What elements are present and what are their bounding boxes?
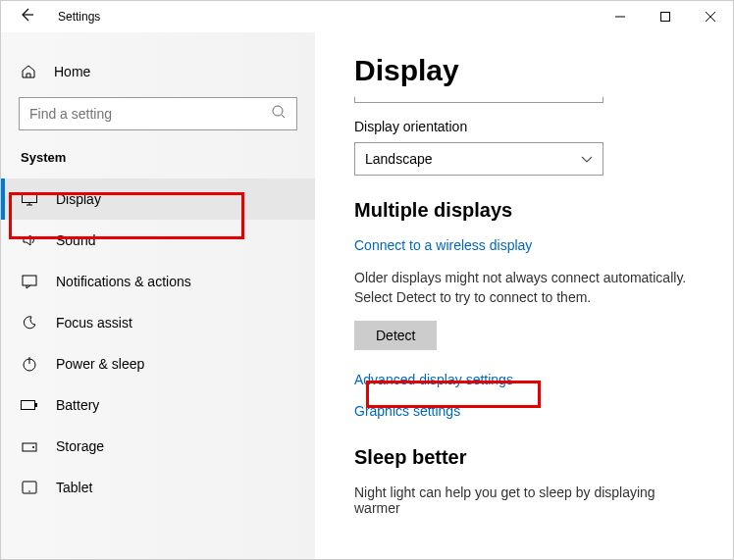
sidebar-item-power-sleep[interactable]: Power & sleep [1,343,315,384]
home-link[interactable]: Home [1,56,315,87]
storage-icon [21,437,38,455]
search-input[interactable] [29,106,271,122]
sleep-better-header: Sleep better [354,446,694,469]
window-title: Settings [58,10,100,24]
sound-icon [21,231,38,249]
svg-line-5 [282,115,285,118]
back-button[interactable] [19,7,38,26]
search-box[interactable] [19,97,297,130]
tablet-icon [21,479,38,496]
sidebar-item-battery[interactable]: Battery [1,384,315,426]
detect-button[interactable]: Detect [354,321,437,350]
svg-rect-1 [661,13,670,22]
main-content: Display Display orientation Landscape Mu… [315,32,733,559]
sidebar-item-label: Sound [56,232,95,248]
svg-rect-13 [35,403,37,407]
sidebar-item-label: Display [56,191,101,207]
sidebar-item-label: Focus assist [56,315,132,331]
sidebar-item-storage[interactable]: Storage [1,426,315,467]
svg-rect-9 [23,276,36,285]
sidebar-item-notifications[interactable]: Notifications & actions [1,261,315,302]
sidebar-item-label: Power & sleep [56,356,144,372]
sidebar-item-label: Notifications & actions [56,274,191,289]
sidebar-item-label: Battery [56,397,99,413]
sidebar-item-tablet[interactable]: Tablet [1,467,315,508]
notifications-icon [21,273,38,290]
home-icon [21,64,36,79]
sidebar-item-focus-assist[interactable]: Focus assist [1,302,315,343]
battery-icon [21,396,38,414]
sidebar-item-sound[interactable]: Sound [1,220,315,261]
maximize-button[interactable] [643,1,688,32]
graphics-settings-link[interactable]: Graphics settings [354,403,694,419]
sidebar-item-label: Storage [56,438,104,454]
svg-point-4 [273,106,283,116]
sidebar-item-display[interactable]: Display [1,178,315,220]
advanced-display-link[interactable]: Advanced display settings [354,372,694,387]
page-title: Display [354,54,694,87]
orientation-label: Display orientation [354,119,694,134]
svg-point-17 [28,490,30,492]
chevron-down-icon [581,151,593,167]
svg-point-15 [32,446,34,448]
minimize-button[interactable] [598,1,643,32]
orientation-value: Landscape [365,151,433,167]
svg-rect-6 [23,193,37,203]
divider [354,97,603,103]
moon-icon [21,314,38,331]
sidebar: Home System Display Sound Notifications … [1,32,315,559]
sidebar-item-label: Tablet [56,480,92,495]
close-button[interactable] [688,1,733,32]
detect-description: Older displays might not always connect … [354,269,694,307]
orientation-dropdown[interactable]: Landscape [354,142,603,176]
connect-wireless-link[interactable]: Connect to a wireless display [354,237,694,253]
category-header: System [1,150,315,178]
monitor-icon [21,190,38,208]
home-label: Home [54,64,90,79]
power-icon [21,355,38,373]
sleep-description: Night light can help you get to sleep by… [354,484,694,516]
svg-rect-12 [22,401,35,410]
multiple-displays-header: Multiple displays [354,199,694,222]
search-icon [271,104,287,124]
